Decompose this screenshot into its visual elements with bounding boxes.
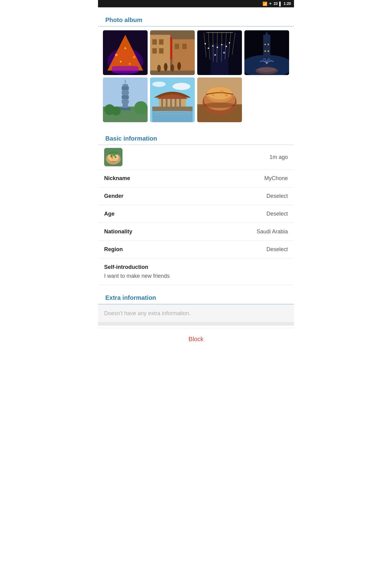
extra-information-section: Extra information Doesn't have any extra… [98, 290, 294, 322]
nationality-label: Nationality [104, 228, 132, 235]
age-value: Deselect [266, 211, 288, 217]
photo-1[interactable] [103, 30, 148, 75]
block-button-container: Block [98, 328, 294, 350]
svg-rect-48 [268, 43, 269, 45]
svg-rect-76 [152, 111, 192, 122]
photo-album-section: Photo album [98, 12, 294, 126]
clock: 1:20 [284, 2, 291, 6]
battery-level: 23 [273, 2, 277, 6]
battery-icon: ▌ [279, 2, 282, 6]
svg-point-38 [221, 44, 222, 45]
svg-rect-70 [159, 97, 186, 106]
svg-point-93 [111, 157, 113, 159]
self-introduction-text: I want to make new friends [104, 273, 288, 279]
profile-avatar[interactable] [104, 148, 123, 166]
self-introduction-row: Self-introduction I want to make new fri… [98, 258, 294, 285]
region-value: Deselect [266, 246, 288, 253]
photo-2[interactable] [150, 30, 195, 75]
svg-rect-58 [122, 91, 129, 94]
svg-point-34 [205, 43, 206, 44]
gray-spacer [98, 322, 294, 326]
region-label: Region [104, 246, 123, 253]
svg-point-68 [152, 81, 166, 87]
nationality-value: Saudi Arabia [257, 228, 288, 235]
status-bar: 📶 ✈ 23 ▌ 1:20 [98, 0, 294, 7]
basic-information-title: Basic information [98, 131, 294, 145]
airplane-icon: ✈ [269, 2, 272, 6]
svg-rect-62 [120, 108, 130, 110]
extra-information-title: Extra information [98, 290, 294, 304]
svg-point-85 [220, 90, 224, 93]
svg-point-94 [109, 159, 110, 160]
svg-rect-69 [152, 106, 192, 111]
svg-rect-13 [159, 39, 164, 45]
extra-info-empty-message: Doesn't have any extra information. [98, 304, 294, 322]
last-active-time: 1m ago [270, 154, 288, 160]
nationality-row: Nationality Saudi Arabia [98, 223, 294, 241]
svg-point-84 [212, 93, 214, 96]
svg-point-90 [110, 155, 112, 157]
gender-label: Gender [104, 193, 123, 199]
photo-5[interactable] [103, 77, 148, 122]
svg-rect-71 [161, 99, 163, 107]
photo-grid [98, 27, 294, 126]
svg-rect-12 [152, 39, 157, 45]
basic-information-section: Basic information [98, 131, 294, 285]
svg-rect-60 [122, 100, 129, 104]
svg-point-35 [208, 47, 209, 49]
svg-point-52 [256, 67, 278, 74]
photo-4[interactable] [244, 30, 289, 75]
svg-point-39 [226, 46, 227, 47]
nickname-label: Nickname [104, 175, 130, 182]
svg-rect-96 [112, 161, 115, 162]
svg-point-42 [223, 52, 225, 54]
gender-value: Deselect [266, 193, 288, 199]
svg-rect-22 [170, 37, 172, 59]
region-row: Region Deselect [98, 241, 294, 258]
svg-rect-8 [112, 66, 139, 73]
svg-point-6 [120, 61, 122, 62]
photo-7[interactable] [197, 77, 242, 122]
photo-3[interactable] [197, 30, 242, 75]
svg-point-20 [171, 64, 174, 71]
svg-point-86 [225, 94, 228, 97]
svg-point-37 [217, 47, 218, 48]
svg-point-7 [129, 63, 131, 65]
nickname-value: MyChone [264, 175, 288, 182]
svg-rect-74 [175, 99, 176, 107]
svg-rect-73 [170, 99, 172, 107]
svg-point-18 [157, 65, 161, 72]
svg-point-92 [115, 156, 116, 158]
age-row: Age Deselect [98, 205, 294, 223]
main-content: Photo album [98, 12, 294, 350]
profile-avatar-row: 1m ago [98, 145, 294, 170]
svg-point-41 [214, 54, 216, 56]
wifi-icon: 📶 [262, 2, 267, 6]
svg-rect-50 [268, 50, 269, 51]
svg-point-64 [134, 101, 148, 115]
svg-point-40 [229, 42, 230, 43]
svg-rect-16 [175, 43, 179, 49]
svg-point-83 [204, 102, 235, 108]
svg-point-19 [164, 63, 168, 71]
svg-point-65 [112, 106, 121, 115]
svg-rect-72 [166, 99, 168, 107]
svg-rect-17 [182, 43, 187, 49]
nickname-row: Nickname MyChone [98, 170, 294, 187]
svg-point-21 [177, 62, 181, 70]
svg-rect-47 [265, 43, 266, 45]
svg-point-67 [172, 83, 190, 90]
self-introduction-label: Self-introduction [104, 264, 288, 270]
svg-rect-75 [179, 99, 181, 107]
svg-point-4 [124, 47, 126, 49]
svg-point-3 [115, 53, 118, 56]
block-button[interactable]: Block [176, 334, 216, 345]
photo-6[interactable] [150, 77, 195, 122]
age-label: Age [104, 211, 115, 217]
gender-row: Gender Deselect [98, 187, 294, 205]
svg-point-36 [212, 45, 213, 46]
status-icons: 📶 ✈ 23 ▌ 1:20 [262, 2, 291, 6]
svg-rect-49 [265, 50, 266, 51]
svg-point-5 [133, 56, 136, 58]
svg-rect-15 [159, 48, 164, 54]
